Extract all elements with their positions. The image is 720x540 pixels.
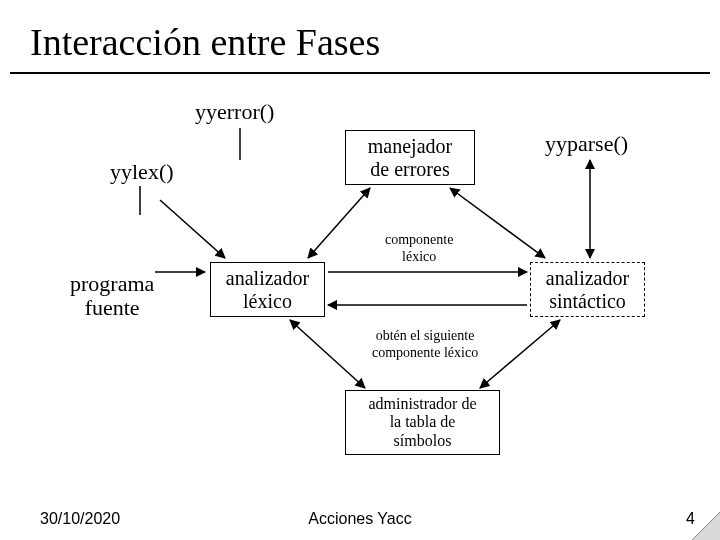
box-analizador-sintactico: analizador sintáctico — [530, 262, 645, 317]
footer-date: 30/10/2020 — [40, 510, 120, 528]
svg-line-9 — [290, 320, 365, 388]
label-yylex: yylex() — [110, 160, 174, 184]
svg-line-10 — [480, 320, 560, 388]
label-obten-siguiente: obtén el siguiente componente léxico — [372, 328, 478, 362]
slide-title: Interacción entre Fases — [30, 20, 380, 64]
footer-center: Acciones Yacc — [308, 510, 411, 528]
page-curl-fold — [692, 512, 720, 540]
box-manejador-errores: manejador de errores — [345, 130, 475, 185]
title-underline — [10, 72, 710, 74]
label-yyerror: yyerror() — [195, 100, 274, 124]
svg-line-5 — [308, 188, 370, 258]
box-analizador-lexico: analizador léxico — [210, 262, 325, 317]
svg-line-4 — [160, 200, 225, 258]
svg-line-6 — [450, 188, 545, 258]
label-componente-lexico: componente léxico — [385, 232, 453, 266]
box-administrador-tabla: administrador de la tabla de símbolos — [345, 390, 500, 455]
label-programa-fuente: programa fuente — [70, 272, 154, 320]
label-yyparse: yyparse() — [545, 132, 628, 156]
